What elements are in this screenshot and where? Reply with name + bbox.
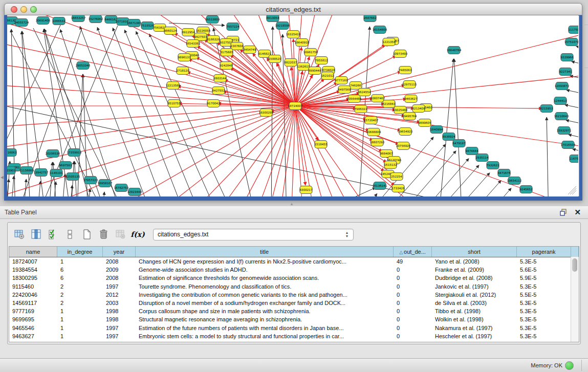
graph-node[interactable]: 20564486 [347, 95, 362, 103]
graph-node[interactable]: 2803144 [214, 75, 227, 82]
table-row[interactable]: 1938455462009Genome-wide association stu… [9, 266, 579, 274]
scrollbar-thumb[interactable] [572, 258, 577, 272]
graph-node[interactable]: 8471676 [498, 169, 511, 177]
unselect-all-button[interactable] [63, 227, 77, 242]
graph-node[interactable]: 6479197 [453, 140, 466, 147]
graph-node[interactable]: 16653257 [71, 15, 86, 22]
graph-node[interactable]: 16958107 [98, 180, 113, 187]
graph-node[interactable]: 16210643 [554, 113, 569, 120]
graph-node[interactable]: 2935114 [476, 154, 489, 162]
graph-node[interactable]: 2718120 [177, 67, 189, 75]
graph-node[interactable]: 20206536 [46, 150, 60, 158]
graph-node[interactable]: 9697583 [59, 162, 72, 169]
graph-node[interactable]: 1588520 [269, 55, 281, 63]
graph-node[interactable]: 8427552 [212, 87, 225, 95]
graph-node[interactable]: 8213408 [412, 105, 425, 113]
graph-node[interactable]: 16961758 [303, 49, 318, 56]
graph-node[interactable]: 8300217 [300, 186, 313, 194]
graph-node[interactable]: 19495764 [402, 113, 417, 120]
graph-node[interactable]: 1167533 [570, 155, 578, 163]
graph-node[interactable]: 1066532 [53, 17, 66, 25]
graph-node[interactable]: 18640910 [295, 39, 310, 47]
graph-node[interactable]: 9896131 [178, 54, 191, 61]
graph-node[interactable]: 252254 [390, 173, 403, 181]
table-row[interactable]: 946362711997Embryonic stem cells: a mode… [9, 332, 579, 340]
graph-node[interactable]: 8215953 [540, 105, 553, 113]
graph-node[interactable]: 8186328 [207, 36, 220, 43]
graph-hub-node[interactable]: 18724007 [288, 102, 303, 110]
column-header-year[interactable]: year [103, 247, 136, 257]
table-row[interactable]: 1872400712008Changes of HCN gene express… [9, 257, 579, 266]
table-row[interactable]: 911546021997Tourette syndrome. Phenomeno… [9, 282, 579, 291]
graph-node[interactable]: 1840994 [430, 126, 443, 134]
graph-node[interactable]: 7857224 [227, 23, 239, 31]
column-header-short[interactable]: short [432, 247, 517, 257]
graph-node[interactable]: 8813054 [267, 15, 279, 22]
column-header-pagerank[interactable]: pagerank [517, 247, 571, 257]
graph-node[interactable]: 19218596 [275, 22, 290, 30]
graph-node[interactable]: 16648784 [447, 47, 462, 54]
graph-node[interactable]: 2687682 [364, 15, 377, 22]
graph-node[interactable]: 7955812 [315, 57, 328, 64]
graph-node[interactable]: 16671385 [127, 19, 142, 27]
column-header-in_degree[interactable]: in_degree [57, 247, 103, 257]
graph-node[interactable]: 18300295 [259, 109, 274, 117]
close-panel-icon[interactable]: ✕ [574, 208, 581, 217]
graph-node[interactable]: 3175685 [221, 49, 233, 56]
graph-node[interactable]: 2367608 [231, 42, 244, 50]
graph-node[interactable]: 9227341 [559, 68, 572, 76]
graph-node[interactable]: 9474444 [466, 147, 478, 155]
select-all-button[interactable] [46, 227, 60, 242]
graph-node[interactable]: 1145191 [50, 169, 63, 177]
graph-node[interactable]: 8990448 [309, 67, 321, 75]
graph-node[interactable]: 12923448 [127, 188, 142, 196]
graph-node[interactable]: 9510755 [168, 100, 181, 107]
graph-node[interactable]: 9860124 [164, 27, 177, 35]
graph-node[interactable]: 12213589 [166, 82, 181, 90]
graph-node[interactable]: 2616063 [7, 149, 17, 157]
graph-node[interactable]: 1117503 [569, 26, 578, 34]
graph-node[interactable]: 1733426 [392, 185, 405, 192]
table-row[interactable]: 946554611997Estimation of the future num… [9, 324, 579, 332]
graph-node[interactable]: 7485063 [399, 67, 412, 74]
graph-node[interactable]: 1615132 [384, 161, 397, 169]
graph-node[interactable]: 8822037 [285, 59, 297, 67]
table-row[interactable]: 969969511998Structural magnetic resonanc… [9, 315, 579, 323]
window-titlebar[interactable]: citations_edges.txt [4, 3, 582, 15]
graph-node[interactable]: 8912954 [182, 29, 195, 36]
graph-node[interactable]: 8938924 [443, 133, 455, 141]
graph-node[interactable]: 6497568 [338, 86, 351, 94]
panel-splitter-handle[interactable]: ▲ [290, 202, 294, 206]
graph-node[interactable]: 1518455 [315, 141, 328, 148]
column-header-out_de[interactable]: △out_de... [394, 247, 432, 257]
new-column-button[interactable] [80, 227, 94, 242]
graph-node[interactable]: 9777169 [335, 77, 348, 84]
graph-node[interactable]: 8454749 [244, 46, 256, 54]
table-row[interactable]: 2242004622012Investigating the contribut… [9, 291, 579, 299]
graph-node[interactable]: 17957223 [83, 177, 98, 184]
graph-node[interactable]: 6216843 [383, 100, 396, 108]
graph-node[interactable]: 9899605 [419, 119, 431, 127]
graph-node[interactable]: 10654112 [507, 177, 521, 185]
graph-node[interactable]: 16782753 [114, 184, 129, 192]
graph-node[interactable]: 9329966 [561, 54, 574, 61]
graph-node[interactable]: 18325419 [286, 31, 301, 38]
graph-node[interactable]: 15932971 [557, 127, 572, 135]
table-row[interactable]: 1830029562008Estimation of significance … [9, 274, 579, 282]
graph-node[interactable]: 9463627 [405, 95, 418, 103]
graph-node[interactable]: 19654923 [398, 128, 413, 136]
graph-node[interactable]: 1221358 [383, 38, 396, 46]
delete-column-button[interactable] [97, 227, 111, 242]
graph-node[interactable]: 15720407 [364, 117, 379, 124]
graph-node[interactable]: 16543382 [186, 40, 200, 48]
show-column-button[interactable] [29, 227, 43, 242]
function-builder-button[interactable]: f(x) [130, 227, 145, 242]
graph-node[interactable]: 17016504 [561, 141, 576, 149]
graph-node[interactable]: 7515526 [141, 22, 154, 30]
graph-node[interactable]: 3624554 [358, 89, 371, 96]
graph-node[interactable]: 29053346 [76, 62, 91, 70]
table-row[interactable]: 1456911722003Disruption of a novel membe… [9, 299, 579, 307]
graph-node[interactable]: 11156869 [19, 167, 34, 174]
graph-node[interactable]: 9242848 [220, 62, 233, 70]
graph-node[interactable]: 7932621 [487, 162, 499, 169]
